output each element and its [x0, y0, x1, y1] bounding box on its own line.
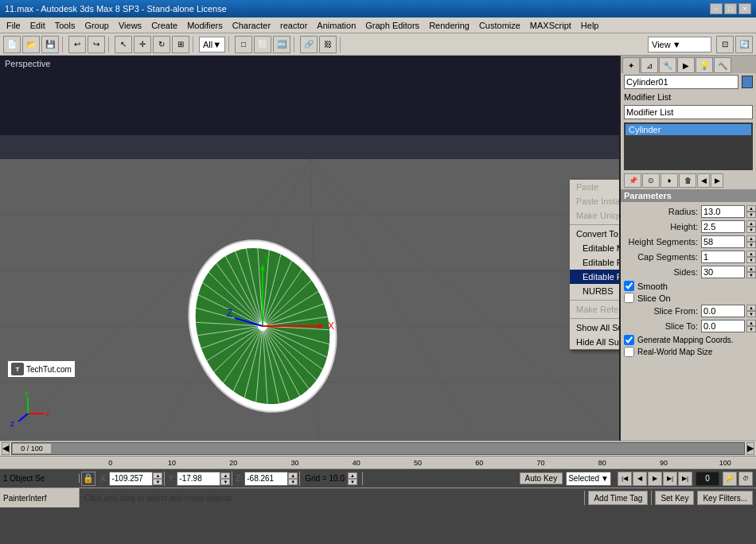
- viewport-dropdown[interactable]: View▼: [648, 37, 711, 52]
- ctx-make-unique[interactable]: Make Unique: [570, 208, 619, 223]
- coord-z-up[interactable]: ▲: [288, 472, 298, 479]
- main-viewport[interactable]: X Y Z x y z Perspective T: [0, 56, 619, 441]
- coord-z-down[interactable]: ▼: [288, 479, 298, 485]
- stack-item-cylinder[interactable]: Cylinder: [625, 124, 751, 135]
- window-crossing[interactable]: ⬜: [254, 36, 271, 53]
- cap-segs-up[interactable]: ▲: [746, 251, 756, 257]
- cap-segs-input[interactable]: [701, 251, 745, 263]
- set-key-button[interactable]: Set Key: [655, 491, 694, 505]
- go-end-btn[interactable]: ▶|: [678, 472, 692, 486]
- grid-down[interactable]: ▼: [348, 479, 357, 485]
- unlink-button[interactable]: ⛓: [319, 36, 337, 53]
- prev-frame-btn[interactable]: ◀: [633, 472, 647, 486]
- slice-from-up[interactable]: ▲: [746, 305, 756, 311]
- coord-z-input[interactable]: [244, 472, 288, 486]
- tab-utilities[interactable]: 🔨: [714, 57, 731, 73]
- coord-x-up[interactable]: ▲: [153, 472, 162, 479]
- save-button[interactable]: 💾: [41, 36, 59, 53]
- play-btn[interactable]: ▶: [648, 472, 662, 486]
- open-button[interactable]: 📂: [22, 36, 40, 53]
- object-name-input[interactable]: [624, 75, 738, 89]
- radius-input[interactable]: [701, 205, 745, 218]
- close-button[interactable]: ×: [738, 3, 751, 14]
- maximize-button[interactable]: □: [724, 3, 737, 14]
- object-color-box[interactable]: [742, 76, 753, 88]
- menu-create[interactable]: Create: [146, 19, 182, 32]
- new-button[interactable]: 📄: [3, 36, 21, 53]
- ctx-hide-all-subtrees[interactable]: Hide All Subtrees: [570, 335, 619, 349]
- time-slider-track[interactable]: 0 / 100: [11, 442, 745, 455]
- by-name[interactable]: 🔤: [273, 36, 290, 53]
- height-up[interactable]: ▲: [746, 220, 756, 227]
- show-end-result-btn[interactable]: ⊙: [642, 173, 660, 188]
- next-frame-btn[interactable]: ▶|: [663, 472, 677, 486]
- ctx-paste[interactable]: Paste: [570, 180, 619, 194]
- menu-group[interactable]: Group: [80, 19, 114, 32]
- select-region[interactable]: □: [235, 36, 252, 53]
- time-slider-thumb[interactable]: 0 / 100: [12, 443, 52, 454]
- menu-reactor[interactable]: reactor: [275, 19, 312, 32]
- slice-on-checkbox[interactable]: [624, 293, 634, 303]
- menu-maxscript[interactable]: MAXScript: [525, 19, 576, 32]
- real-world-map-checkbox[interactable]: [624, 347, 634, 357]
- menu-character[interactable]: Character: [228, 19, 275, 32]
- coord-y-input[interactable]: [177, 472, 220, 486]
- height-input[interactable]: [701, 220, 745, 233]
- sides-up[interactable]: ▲: [746, 266, 756, 272]
- minimize-button[interactable]: −: [710, 3, 723, 14]
- tab-hierarchy[interactable]: 🔧: [659, 57, 676, 73]
- coord-y-up[interactable]: ▲: [220, 472, 230, 479]
- link-button[interactable]: 🔗: [300, 36, 318, 53]
- undo-button[interactable]: ↩: [68, 36, 86, 53]
- scale-button[interactable]: ⊞: [172, 36, 189, 53]
- ctx-editable-mesh[interactable]: Editable Mesh: [570, 241, 619, 255]
- ctx-show-all-subtrees[interactable]: Show All Subtrees: [570, 321, 619, 335]
- menu-file[interactable]: File: [2, 19, 25, 32]
- move-button[interactable]: ✛: [134, 36, 151, 53]
- ctx-paste-instanced[interactable]: Paste Instanced: [570, 194, 619, 208]
- pin-stack-btn[interactable]: 📌: [624, 173, 641, 188]
- slice-to-down[interactable]: ▼: [746, 326, 756, 332]
- modifier-list-dropdown[interactable]: Modifier List: [624, 105, 753, 119]
- slider-arrow-left[interactable]: ◀: [2, 442, 10, 455]
- ctx-nurbs[interactable]: NURBS: [570, 284, 619, 298]
- menu-tools[interactable]: Tools: [50, 19, 80, 32]
- time-config-btn[interactable]: ⏱: [738, 472, 753, 486]
- menu-customize[interactable]: Customize: [474, 19, 525, 32]
- radius-down[interactable]: ▼: [746, 212, 756, 218]
- menu-rendering[interactable]: Rendering: [424, 19, 474, 32]
- tab-create[interactable]: ✦: [622, 57, 640, 73]
- height-segs-down[interactable]: ▼: [746, 242, 756, 248]
- slice-from-input[interactable]: [701, 305, 745, 317]
- modifier-stack[interactable]: Cylinder: [624, 122, 753, 170]
- menu-edit[interactable]: Edit: [25, 19, 50, 32]
- sides-input[interactable]: [701, 266, 745, 278]
- tab-motion[interactable]: ▶: [677, 57, 695, 73]
- slice-from-down[interactable]: ▼: [746, 311, 756, 317]
- generate-mapping-checkbox[interactable]: [624, 335, 634, 345]
- menu-views[interactable]: Views: [114, 19, 146, 32]
- make-unique-btn[interactable]: ♦: [661, 173, 678, 188]
- coord-x-down[interactable]: ▼: [153, 479, 162, 485]
- grid-up[interactable]: ▲: [348, 472, 357, 479]
- add-time-tag-button[interactable]: Add Time Tag: [588, 491, 648, 505]
- coord-y-down[interactable]: ▼: [220, 479, 230, 485]
- slider-arrow-right[interactable]: ▶: [746, 442, 754, 455]
- ctx-editable-patch[interactable]: Editable Patch: [570, 255, 619, 270]
- height-segs-up[interactable]: ▲: [746, 235, 756, 242]
- cap-segs-down[interactable]: ▼: [746, 257, 756, 263]
- menu-help[interactable]: Help: [576, 19, 604, 32]
- redraw[interactable]: 🔄: [735, 36, 753, 53]
- slice-to-up[interactable]: ▲: [746, 320, 756, 326]
- filter-dropdown[interactable]: All▼: [199, 37, 225, 52]
- select-button[interactable]: ↖: [115, 36, 132, 53]
- tab-modify[interactable]: ⊿: [641, 57, 658, 73]
- ctx-editable-poly[interactable]: Editable Poly: [570, 270, 619, 284]
- remove-modifier-btn[interactable]: 🗑: [679, 173, 696, 188]
- rotate-button[interactable]: ↻: [153, 36, 170, 53]
- frame-input[interactable]: [696, 472, 719, 486]
- tab-display[interactable]: 💡: [696, 57, 713, 73]
- radius-up[interactable]: ▲: [746, 205, 756, 212]
- go-start-btn[interactable]: |◀: [618, 472, 632, 486]
- collapse-btn[interactable]: ▶: [711, 173, 723, 188]
